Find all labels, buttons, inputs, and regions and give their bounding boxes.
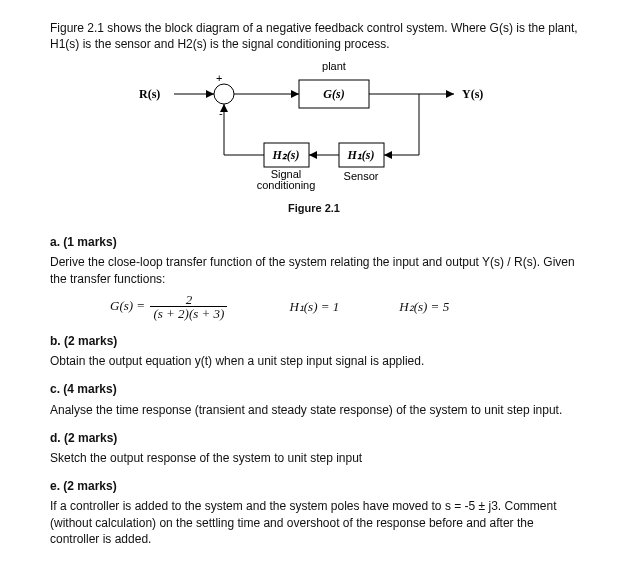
svg-marker-8 <box>384 151 392 159</box>
section-e-head: e. (2 marks) <box>50 478 578 494</box>
intro-text: Figure 2.1 shows the block diagram of a … <box>50 20 578 52</box>
plant-block-label: G(s) <box>323 87 344 101</box>
h1-block-label: H₁(s) <box>347 148 375 162</box>
h2-block-label: H₂(s) <box>272 148 300 162</box>
block-diagram: plant R(s) + - G(s) Y(s) <box>50 60 578 216</box>
eq-H1: H₁(s) = 1 <box>289 298 339 316</box>
section-d-text: Sketch the output response of the system… <box>50 450 578 466</box>
section-a-text: Derive the close-loop transfer function … <box>50 254 578 286</box>
svg-marker-1 <box>206 90 214 98</box>
section-b-text: Obtain the output equation y(t) when a u… <box>50 353 578 369</box>
eq-G-frac: 2 (s + 2)(s + 3) <box>150 293 227 321</box>
eq-G-lhs: G(s) = <box>110 298 145 313</box>
section-a-head: a. (1 marks) <box>50 234 578 250</box>
eq-G-num: 2 <box>183 293 196 307</box>
eq-G-den: (s + 2)(s + 3) <box>150 306 227 321</box>
plant-label: plant <box>322 60 346 72</box>
page-root: Figure 2.1 shows the block diagram of a … <box>0 0 618 580</box>
diagram-svg: plant R(s) + - G(s) Y(s) <box>134 60 494 195</box>
section-b-head: b. (2 marks) <box>50 333 578 349</box>
summing-junction <box>214 84 234 104</box>
svg-marker-5 <box>446 90 454 98</box>
svg-marker-10 <box>309 151 317 159</box>
section-c-head: c. (4 marks) <box>50 381 578 397</box>
section-d-head: d. (2 marks) <box>50 430 578 446</box>
signal-cond-label-2: conditioning <box>257 179 316 191</box>
equations-row: G(s) = 2 (s + 2)(s + 3) H₁(s) = 1 H₂(s) … <box>110 293 578 321</box>
eq-H2: H₂(s) = 5 <box>399 298 449 316</box>
section-e-text: If a controller is added to the system a… <box>50 498 578 547</box>
sensor-label: Sensor <box>344 170 379 182</box>
sum-plus: + <box>216 72 222 84</box>
output-label: Y(s) <box>462 87 483 101</box>
figure-caption: Figure 2.1 <box>288 201 340 216</box>
svg-marker-3 <box>291 90 299 98</box>
input-label: R(s) <box>139 87 160 101</box>
section-c-text: Analyse the time response (transient and… <box>50 402 578 418</box>
eq-G: G(s) = 2 (s + 2)(s + 3) <box>110 293 229 321</box>
